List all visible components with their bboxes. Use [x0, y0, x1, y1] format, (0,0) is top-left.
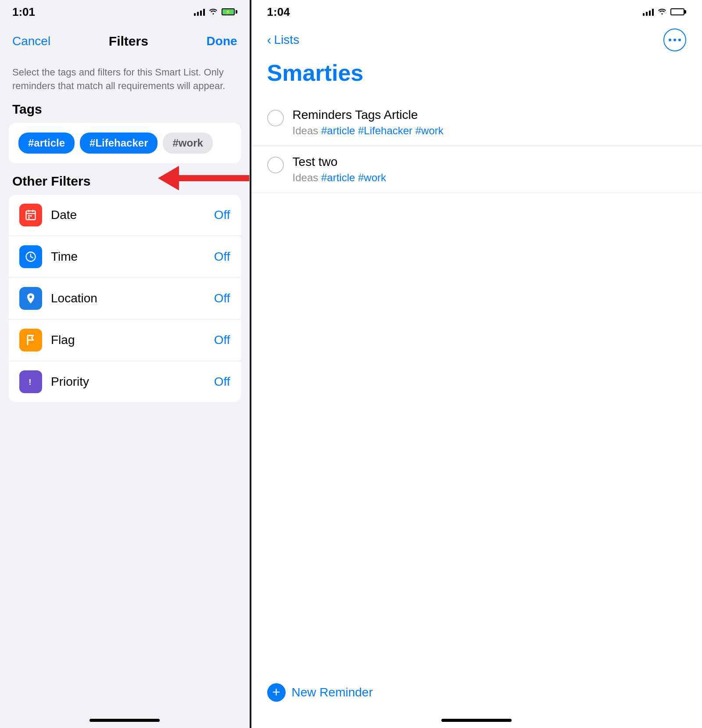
filters-description: Select the tags and filters for this Sma… — [0, 59, 250, 102]
back-button[interactable]: ‹ Lists — [267, 32, 300, 47]
left-panel: 1:01 ⚡ Cancel Filters Done — [0, 0, 250, 728]
filters-list: Date Off Time Off Location Off Flag Off — [9, 195, 241, 402]
reminder-content-2: Test two Ideas #article #work — [293, 155, 686, 184]
tag-lifehacker-1: #Lifehacker — [358, 125, 412, 136]
time-filter-item[interactable]: Time Off — [9, 236, 241, 277]
priority-filter-label: Priority — [51, 375, 214, 389]
flag-filter-value: Off — [214, 333, 230, 347]
tag-article-1: #article — [321, 125, 355, 136]
time-filter-value: Off — [214, 250, 230, 264]
reminder-title-1: Reminders Tags Article — [293, 108, 686, 122]
location-filter-label: Location — [51, 291, 214, 305]
filters-title: Filters — [109, 34, 148, 49]
plus-icon: + — [267, 683, 286, 702]
svg-rect-5 — [30, 215, 32, 217]
time-icon — [19, 245, 42, 268]
tag-article-2: #article — [321, 172, 355, 183]
smarties-title: Smarties — [251, 56, 702, 99]
flag-filter-item[interactable]: Flag Off — [9, 319, 241, 360]
tag-article[interactable]: #article — [18, 133, 75, 154]
svg-line-9 — [31, 257, 33, 258]
back-label: Lists — [274, 33, 300, 47]
location-icon — [19, 287, 42, 310]
reminder-checkbox-1[interactable] — [267, 110, 284, 126]
reminder-subtitle-2: Ideas #article #work — [293, 172, 686, 184]
date-filter-value: Off — [214, 208, 230, 222]
reminder-content-1: Reminders Tags Article Ideas #article #L… — [293, 108, 686, 137]
reminder-checkbox-2[interactable] — [267, 157, 284, 173]
reminder-subtitle-1: Ideas #article #Lifehacker #work — [293, 125, 686, 137]
svg-text:!: ! — [29, 377, 31, 387]
right-status-bar: 1:04 — [251, 0, 702, 24]
right-nav-bar: ‹ Lists — [251, 24, 702, 56]
flag-icon — [19, 329, 42, 351]
date-icon — [19, 204, 42, 226]
left-time: 1:01 — [12, 5, 35, 19]
back-chevron-icon: ‹ — [267, 32, 272, 47]
right-time: 1:04 — [267, 5, 290, 19]
svg-rect-6 — [28, 217, 30, 219]
more-dots-icon — [669, 39, 681, 41]
date-filter-label: Date — [51, 208, 214, 222]
priority-filter-value: Off — [214, 375, 230, 389]
battery-icon: ⚡ — [222, 8, 237, 15]
done-button[interactable]: Done — [207, 34, 237, 48]
signal-icon — [194, 8, 205, 16]
right-battery-icon — [670, 8, 686, 15]
location-filter-item[interactable]: Location Off — [9, 278, 241, 319]
right-status-icons — [643, 7, 686, 16]
new-reminder-button[interactable]: + New Reminder — [267, 683, 373, 702]
more-options-button[interactable] — [663, 29, 686, 51]
left-home-indicator — [90, 719, 160, 722]
left-nav-bar: Cancel Filters Done — [0, 24, 250, 59]
tag-work[interactable]: #work — [163, 133, 212, 154]
left-status-bar: 1:01 ⚡ — [0, 0, 250, 24]
reminder-item-2[interactable]: Test two Ideas #article #work — [251, 146, 702, 193]
right-home-indicator — [441, 719, 512, 722]
tag-lifehacker[interactable]: #Lifehacker — [80, 133, 158, 154]
wifi-icon — [208, 7, 218, 17]
reminder-title-2: Test two — [293, 155, 686, 169]
left-status-icons: ⚡ — [194, 7, 237, 17]
time-filter-label: Time — [51, 250, 214, 264]
tags-container: #article #Lifehacker #work — [9, 123, 241, 163]
right-wifi-icon — [657, 7, 667, 16]
cancel-button[interactable]: Cancel — [12, 34, 50, 48]
tag-work-2: #work — [358, 172, 386, 183]
right-signal-icon — [643, 8, 654, 16]
tag-work-1: #work — [415, 125, 444, 136]
new-reminder-label: New Reminder — [292, 685, 373, 699]
flag-filter-label: Flag — [51, 333, 214, 347]
location-filter-value: Off — [214, 291, 230, 305]
date-filter-item[interactable]: Date Off — [9, 195, 241, 235]
tags-section-header: Tags — [0, 102, 250, 123]
annotation-arrow — [158, 166, 249, 190]
reminder-item-1[interactable]: Reminders Tags Article Ideas #article #L… — [251, 99, 702, 146]
right-panel: 1:04 ‹ Lists — [251, 0, 702, 728]
priority-filter-item[interactable]: ! Priority Off — [9, 361, 241, 402]
priority-icon: ! — [19, 370, 42, 393]
svg-rect-4 — [28, 215, 30, 217]
